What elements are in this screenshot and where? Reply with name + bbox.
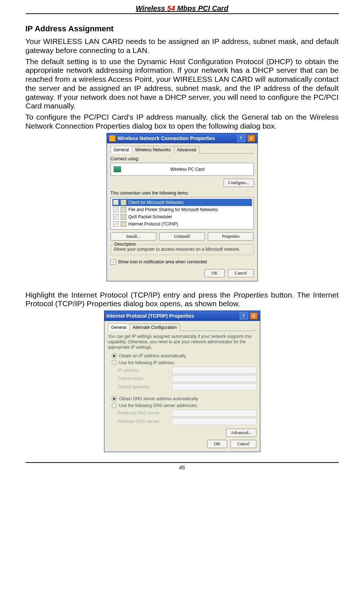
tab-wireless-networks[interactable]: Wireless Networks xyxy=(132,146,174,153)
connect-using-label: Connect using: xyxy=(111,156,254,161)
description-legend: Description xyxy=(113,242,138,247)
item-label: Client for Microsoft Networks xyxy=(129,200,184,205)
radio-label: Obtain DNS server address automatically xyxy=(119,396,198,401)
paragraph-1: Your WIRELESS LAN CARD needs to be assig… xyxy=(26,37,339,55)
paragraph-3: To configure the PC/PCI Card's IP addres… xyxy=(26,113,339,131)
close-button[interactable]: X xyxy=(247,135,255,142)
cancel-button-2[interactable]: Cancel xyxy=(230,440,256,448)
tab-strip: General Wireless Networks Advanced xyxy=(111,146,254,153)
item-label: QoS Packet Scheduler xyxy=(129,214,172,219)
ip-address-row: IP address: xyxy=(118,367,256,374)
adapter-icon xyxy=(114,166,121,172)
connection-properties-dialog: Wireless Network Connection Properties ?… xyxy=(107,133,258,281)
section-heading: IP Address Assignment xyxy=(26,24,339,34)
header-divider xyxy=(26,13,339,14)
header-suffix: Mbps PCI Card xyxy=(175,4,229,12)
checkbox-icon[interactable]: ✓ xyxy=(113,200,118,205)
gateway-field xyxy=(172,383,256,390)
item-client-ms-networks[interactable]: ✓ Client for Microsoft Networks xyxy=(112,199,252,206)
items-listbox[interactable]: ✓ Client for Microsoft Networks ✓ File a… xyxy=(111,197,254,229)
radio-label: Use the following DNS server addresses: xyxy=(119,403,198,408)
item-label: File and Printer Sharing for Microsoft N… xyxy=(129,207,218,212)
dhcp-info-text: You can get IP settings assigned automat… xyxy=(108,334,256,350)
subnet-row: Subnet mask: xyxy=(118,375,256,382)
service-icon xyxy=(121,214,126,220)
description-group: Description Allows your computer to acce… xyxy=(111,244,254,255)
tab-general[interactable]: General xyxy=(111,146,132,153)
radio-label: Use the following IP address: xyxy=(119,360,175,365)
ok-button-2[interactable]: OK xyxy=(207,440,227,448)
item-qos[interactable]: ✓ QoS Packet Scheduler xyxy=(112,213,252,220)
dialog-titlebar: Wireless Network Connection Properties ?… xyxy=(107,133,257,143)
items-label: This connection uses the following items… xyxy=(111,191,254,196)
tab-general-2[interactable]: General xyxy=(108,323,130,331)
tab-advanced[interactable]: Advanced xyxy=(174,146,199,153)
paragraph-4: Highlight the Internet Protocol (TCP/IP)… xyxy=(26,291,339,309)
tab-strip-2: General Alternate Configuration xyxy=(108,323,256,331)
alternate-dns-label: Alternate DNS server: xyxy=(118,419,168,424)
checkbox-icon[interactable]: ✓ xyxy=(111,259,116,265)
checkbox-icon[interactable]: ✓ xyxy=(113,221,118,227)
preferred-dns-row: Preferred DNS server: xyxy=(118,410,256,417)
dialog2-title-text: Internet Protocol (TCP/IP) Properties xyxy=(107,313,238,319)
radio-use-dns[interactable]: Use the following DNS server addresses: xyxy=(112,403,256,408)
p4-ital: Properties xyxy=(234,291,268,299)
dialog2-titlebar: Internet Protocol (TCP/IP) Properties ? … xyxy=(104,311,260,321)
help-button[interactable]: ? xyxy=(237,135,245,142)
alternate-dns-field xyxy=(172,418,256,425)
item-label: Internet Protocol (TCP/IP) xyxy=(129,222,178,227)
advanced-button[interactable]: Advanced... xyxy=(226,429,256,437)
preferred-dns-label: Preferred DNS server: xyxy=(118,411,168,416)
radio-icon[interactable] xyxy=(112,360,117,365)
adapter-name: Wireless PC Card xyxy=(125,167,251,172)
item-file-printer-sharing[interactable]: ✓ File and Printer Sharing for Microsoft… xyxy=(112,206,252,213)
show-icon-label: Show icon in notification area when conn… xyxy=(118,259,207,264)
ip-address-field xyxy=(172,367,256,374)
radio-icon[interactable] xyxy=(112,396,117,401)
cancel-button[interactable]: Cancel xyxy=(228,269,253,277)
checkbox-icon[interactable]: ✓ xyxy=(113,207,118,212)
configure-button[interactable]: Configure... xyxy=(224,179,254,187)
gateway-row: Default gateway: xyxy=(118,383,256,390)
header-prefix: Wireless xyxy=(136,4,167,12)
service-icon xyxy=(121,200,126,205)
ok-button[interactable]: OK xyxy=(205,269,224,277)
show-icon-row[interactable]: ✓ Show icon in notification area when co… xyxy=(111,259,254,265)
radio-label: Obtain an IP address automatically xyxy=(119,353,186,358)
header-red: 54 xyxy=(167,4,175,12)
adapter-field[interactable]: Wireless PC Card xyxy=(111,163,254,176)
ip-label: IP address: xyxy=(118,368,168,373)
radio-obtain-ip[interactable]: Obtain an IP address automatically xyxy=(112,353,256,358)
close-button[interactable]: X xyxy=(250,312,258,320)
page-number: 45 xyxy=(26,464,339,470)
radio-obtain-dns[interactable]: Obtain DNS server address automatically xyxy=(112,396,256,401)
page-header: Wireless 54 Mbps PCI Card xyxy=(26,4,339,13)
radio-icon[interactable] xyxy=(112,403,117,408)
properties-button[interactable]: Properties xyxy=(208,232,253,241)
preferred-dns-field xyxy=(172,410,256,417)
subnet-field xyxy=(172,375,256,382)
description-text: Allows your computer to access resources… xyxy=(114,247,251,252)
gateway-label: Default gateway: xyxy=(118,384,168,389)
install-button[interactable]: Install... xyxy=(111,232,156,241)
p4-a: Highlight the Internet Protocol (TCP/IP)… xyxy=(26,291,234,299)
checkbox-icon[interactable]: ✓ xyxy=(113,214,118,219)
service-icon xyxy=(121,207,126,213)
footer-divider xyxy=(26,462,339,463)
title-icon xyxy=(109,135,116,142)
help-button[interactable]: ? xyxy=(240,312,248,320)
radio-icon[interactable] xyxy=(112,353,117,358)
dialog-title-text: Wireless Network Connection Properties xyxy=(118,135,235,141)
radio-use-ip[interactable]: Use the following IP address: xyxy=(112,360,256,365)
paragraph-2: The default setting is to use the Dynami… xyxy=(26,57,339,111)
alternate-dns-row: Alternate DNS server: xyxy=(118,418,256,425)
tcpip-properties-dialog: Internet Protocol (TCP/IP) Properties ? … xyxy=(104,311,260,452)
service-icon xyxy=(121,221,126,227)
uninstall-button[interactable]: Uninstall xyxy=(159,232,205,241)
tab-alternate-config[interactable]: Alternate Configuration xyxy=(129,323,180,331)
subnet-label: Subnet mask: xyxy=(118,376,168,381)
item-tcpip[interactable]: ✓ Internet Protocol (TCP/IP) xyxy=(112,220,252,228)
